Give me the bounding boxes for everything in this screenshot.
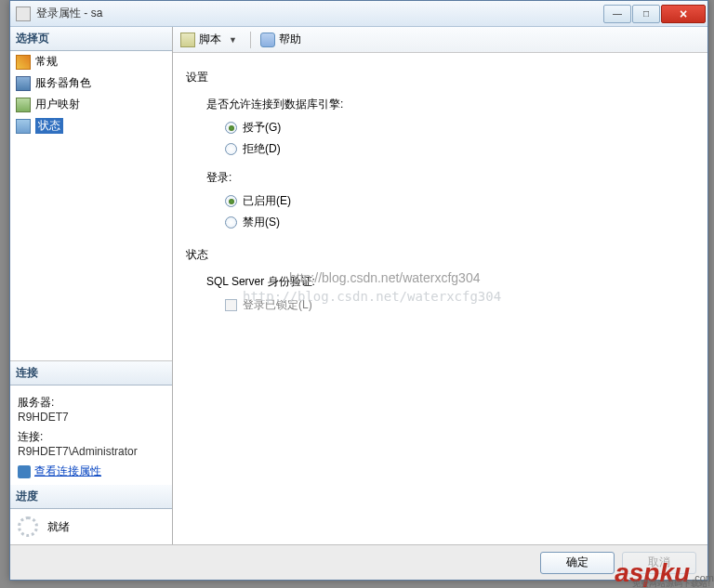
locked-label: 登录已锁定(L) bbox=[243, 297, 312, 313]
roles-icon bbox=[16, 76, 31, 91]
server-value: R9HDET7 bbox=[18, 411, 165, 424]
server-label: 服务器: bbox=[18, 395, 165, 411]
brand-subtitle: 免费网站源码下载站! bbox=[632, 578, 710, 588]
disabled-radio-row[interactable]: 禁用(S) bbox=[225, 215, 694, 230]
progress-status: 就绪 bbox=[47, 519, 70, 535]
main-panel: 脚本 ▼ 帮助 设置 是否允许连接到数据库引擎: 授予(G) 拒绝(D) bbox=[173, 27, 707, 544]
nav-item-general[interactable]: 常规 bbox=[10, 51, 172, 72]
locked-check-row: 登录已锁定(L) bbox=[225, 297, 694, 313]
nav-label: 状态 bbox=[35, 118, 63, 134]
titlebar[interactable]: 登录属性 - sa — □ × bbox=[10, 1, 707, 27]
status-section-label: 状态 bbox=[186, 247, 694, 263]
grant-radio[interactable] bbox=[225, 122, 237, 134]
nav-item-status[interactable]: 状态 bbox=[10, 115, 172, 137]
app-icon bbox=[16, 7, 31, 21]
login-radio-group: 已启用(E) 禁用(S) bbox=[225, 193, 694, 230]
dialog-body: 选择页 常规 服务器角色 用户映射 状态 bbox=[10, 27, 707, 544]
login-label: 登录: bbox=[206, 170, 694, 186]
sidebar: 选择页 常规 服务器角色 用户映射 状态 bbox=[10, 27, 173, 544]
dialog-footer: 确定 取消 bbox=[10, 544, 707, 580]
sql-auth-label: SQL Server 身份验证: bbox=[206, 274, 694, 290]
locked-checkbox bbox=[225, 299, 237, 311]
toolbar-separator bbox=[250, 32, 251, 48]
cancel-button[interactable]: 取消 bbox=[622, 552, 696, 574]
progress-header: 进度 bbox=[10, 485, 172, 509]
sidebar-spacer bbox=[10, 137, 172, 361]
settings-label: 设置 bbox=[186, 70, 694, 85]
content-area: 设置 是否允许连接到数据库引擎: 授予(G) 拒绝(D) 登录: bbox=[173, 53, 707, 544]
nav-list: 常规 服务器角色 用户映射 状态 bbox=[10, 51, 172, 137]
nav-item-server-roles[interactable]: 服务器角色 bbox=[10, 72, 172, 94]
grant-radio-row[interactable]: 授予(G) bbox=[225, 120, 694, 136]
progress-ring-icon bbox=[18, 516, 38, 537]
conn-value: R9HDET7\Administrator bbox=[18, 445, 165, 458]
nav-item-user-mapping[interactable]: 用户映射 bbox=[10, 94, 172, 115]
properties-icon bbox=[18, 465, 31, 478]
permission-radio-group: 授予(G) 拒绝(D) bbox=[225, 120, 694, 157]
enabled-label: 已启用(E) bbox=[243, 193, 291, 209]
mapping-icon bbox=[16, 98, 31, 112]
minimize-button[interactable]: — bbox=[603, 5, 631, 23]
window-controls: — □ × bbox=[602, 5, 706, 23]
deny-radio-row[interactable]: 拒绝(D) bbox=[225, 141, 694, 157]
connection-panel: 服务器: R9HDET7 连接: R9HDET7\Administrator 查… bbox=[10, 385, 172, 485]
disabled-label: 禁用(S) bbox=[243, 215, 280, 230]
progress-panel: 就绪 bbox=[10, 509, 172, 544]
conn-label: 连接: bbox=[18, 429, 165, 445]
grant-label: 授予(G) bbox=[243, 120, 281, 136]
disabled-radio[interactable] bbox=[225, 216, 237, 229]
deny-radio[interactable] bbox=[225, 143, 237, 155]
dialog-window: 登录属性 - sa — □ × 选择页 常规 服务器角色 用户映射 bbox=[9, 0, 708, 581]
chevron-down-icon[interactable]: ▼ bbox=[229, 35, 237, 45]
window-title: 登录属性 - sa bbox=[36, 6, 602, 21]
ok-button[interactable]: 确定 bbox=[540, 552, 615, 574]
toolbar: 脚本 ▼ 帮助 bbox=[173, 27, 707, 53]
enabled-radio-row[interactable]: 已启用(E) bbox=[225, 193, 694, 209]
allow-connect-label: 是否允许连接到数据库引擎: bbox=[206, 97, 694, 112]
connection-header: 连接 bbox=[10, 361, 172, 385]
help-icon bbox=[260, 33, 275, 47]
script-icon bbox=[180, 33, 195, 47]
close-button[interactable]: × bbox=[661, 5, 706, 23]
script-button[interactable]: 脚本 bbox=[199, 32, 221, 47]
view-connection-properties-link[interactable]: 查看连接属性 bbox=[18, 464, 165, 479]
nav-label: 服务器角色 bbox=[35, 75, 91, 91]
deny-label: 拒绝(D) bbox=[243, 141, 281, 157]
nav-label: 常规 bbox=[35, 54, 58, 70]
maximize-button[interactable]: □ bbox=[632, 5, 660, 23]
select-page-header: 选择页 bbox=[10, 27, 172, 51]
status-icon bbox=[16, 119, 31, 134]
link-text: 查看连接属性 bbox=[34, 464, 101, 479]
enabled-radio[interactable] bbox=[225, 195, 237, 207]
general-icon bbox=[16, 55, 31, 70]
nav-label: 用户映射 bbox=[35, 97, 80, 112]
help-button[interactable]: 帮助 bbox=[279, 32, 301, 47]
